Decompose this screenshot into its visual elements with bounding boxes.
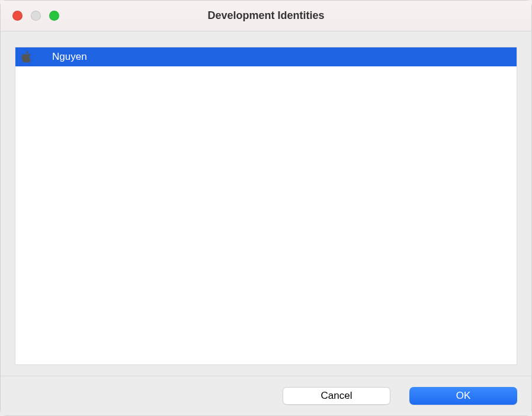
apple-icon <box>20 50 33 63</box>
content-area: Nguyen <box>1 31 531 376</box>
dialog-window: Development Identities Nguyen Cancel OK <box>0 0 532 416</box>
dialog-footer: Cancel OK <box>1 376 531 415</box>
titlebar: Development Identities <box>1 1 531 31</box>
window-zoom-button[interactable] <box>49 11 59 21</box>
traffic-lights <box>12 11 59 21</box>
list-item[interactable]: Nguyen <box>15 47 517 66</box>
ok-button[interactable]: OK <box>409 387 517 405</box>
window-minimize-button[interactable] <box>31 11 41 21</box>
window-close-button[interactable] <box>12 11 23 21</box>
list-item-label: Nguyen <box>39 51 87 63</box>
cancel-button[interactable]: Cancel <box>283 387 390 405</box>
window-title: Development Identities <box>207 9 324 22</box>
identities-list[interactable]: Nguyen <box>15 47 517 365</box>
